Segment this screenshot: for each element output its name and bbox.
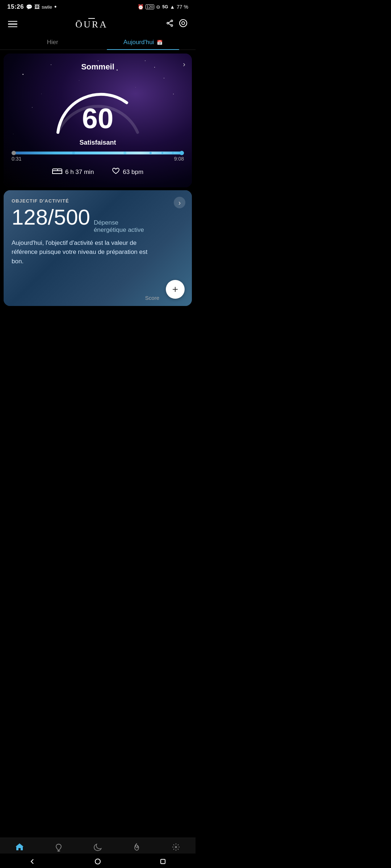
score-bottom-label: Score — [145, 295, 159, 301]
sleep-card: › Sommeil 60 Satisfaisant — [4, 54, 192, 187]
gallery-icon: 🖼 — [34, 4, 39, 10]
app-header: ŌURA — [0, 14, 196, 34]
svg-line-3 — [169, 21, 171, 23]
swile-label: swile — [42, 4, 52, 10]
sleep-score: 60 — [82, 104, 114, 132]
status-time: 15:26 — [7, 3, 24, 10]
svg-point-5 — [180, 20, 187, 27]
status-bar: 15:26 💬 🖼 swile • ⏰ 120 ⊖ 5G ▲ 77 % — [0, 0, 196, 14]
activity-card: › OBJECTIF D'ACTIVITÉ 128/500 Dépense én… — [4, 190, 192, 306]
activity-score-row: 128/500 Dépense énergétique active — [12, 207, 184, 234]
svg-point-6 — [182, 22, 185, 25]
sleep-gauge: 60 — [47, 78, 148, 136]
svg-rect-7 — [52, 171, 62, 174]
battery-level: 77 % — [177, 4, 188, 10]
signal-icon: ▲ — [170, 4, 175, 10]
bed-icon — [52, 168, 62, 176]
heart-rate: 63 bpm — [123, 169, 143, 176]
messenger-icon: 💬 — [26, 4, 32, 10]
date-tabs: Hier Aujourd'hui 📅 — [0, 34, 196, 50]
sleep-stats: 6 h 37 min 63 bpm — [12, 167, 184, 176]
activity-score: 128/500 — [12, 207, 90, 228]
sleep-timeline: 0:31 9:08 — [12, 152, 184, 162]
hz-icon: 120 — [146, 4, 154, 9]
app-logo: ŌURA — [75, 18, 108, 30]
svg-line-4 — [169, 24, 171, 25]
activity-description: Aujourd'hui, l'objectif d'activité est l… — [12, 238, 149, 266]
activity-subtitle: OBJECTIF D'ACTIVITÉ — [12, 198, 184, 204]
add-activity-button[interactable]: + — [166, 280, 185, 299]
sleep-card-title: Sommeil — [12, 62, 184, 72]
heart-icon — [112, 167, 120, 176]
settings-icon[interactable] — [179, 19, 188, 29]
activity-card-arrow[interactable]: › — [174, 197, 185, 208]
sleep-duration: 6 h 37 min — [65, 169, 94, 176]
5g-icon: 5G — [162, 4, 168, 9]
alarm-icon: ⏰ — [138, 4, 144, 10]
menu-button[interactable] — [8, 21, 17, 27]
mute-icon: ⊖ — [156, 4, 160, 10]
sleep-end-time: 9:08 — [174, 156, 184, 162]
sleep-start-time: 0:31 — [12, 156, 21, 162]
activity-energy-label: Dépense énergétique active — [94, 219, 144, 234]
calendar-icon: 📅 — [157, 40, 163, 45]
share-icon[interactable] — [166, 19, 174, 29]
tab-hier[interactable]: Hier — [7, 34, 98, 50]
sleep-score-label: Satisfaisant — [12, 139, 184, 146]
tab-aujourd-hui[interactable]: Aujourd'hui 📅 — [98, 34, 188, 50]
dot-icon: • — [54, 3, 56, 11]
sleep-card-arrow[interactable]: › — [183, 60, 185, 68]
